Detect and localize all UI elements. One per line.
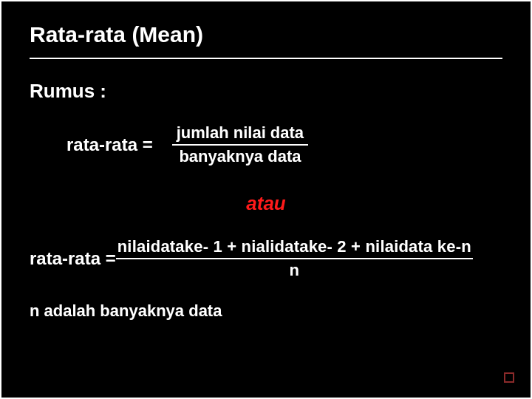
formula-1: rata-rata = jumlah nilai data banyaknya … [66,123,502,167]
corner-accent-icon [504,372,514,383]
or-label: atau [30,192,502,215]
formula-1-lhs: rata-rata = [66,134,153,155]
formula-1-fraction: jumlah nilai data banyaknya data [172,123,308,167]
formula-2-fraction: nilaidatake- 1 + nialidatake- 2 + nilaid… [116,237,473,281]
formula-2: rata-rata = nilaidatake- 1 + nialidatake… [30,237,502,281]
formula-1-numerator: jumlah nilai data [172,123,308,144]
formula-2-denominator: n [285,259,304,280]
title-divider [30,58,502,59]
formula-2-numerator: nilaidatake- 1 + nialidatake- 2 + nilaid… [116,237,473,258]
slide-container: Rata-rata (Mean) Rumus : rata-rata = jum… [0,0,532,399]
formula-1-denominator: banyaknya data [174,146,305,166]
slide-title: Rata-rata (Mean) [30,22,502,47]
subtitle-rumus: Rumus : [30,80,502,103]
note-n-definition: n adalah banyaknya data [30,301,502,321]
formula-2-lhs: rata-rata = [30,248,116,269]
